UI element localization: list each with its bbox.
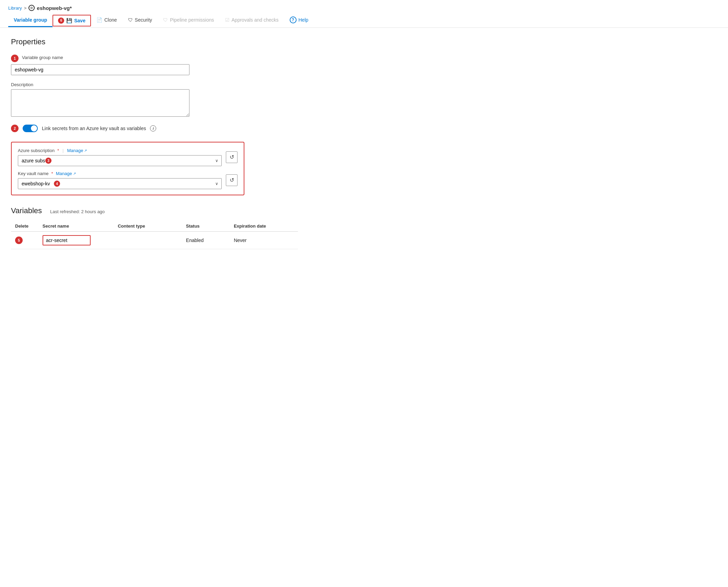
variables-table-body: 5 Enabled Never: [11, 232, 298, 249]
key-vault-manage-label: Manage: [56, 171, 72, 176]
breadcrumb-icon: ⊙: [28, 5, 35, 11]
help-label: Help: [299, 17, 309, 23]
azure-keyvault-toggle-row: 2 Link secrets from an Azure key vault a…: [11, 125, 298, 132]
clone-button[interactable]: 📄 Clone: [91, 14, 123, 27]
secret-name-input[interactable]: [43, 235, 91, 245]
pipeline-permissions-button[interactable]: 🛡 Pipeline permissions: [158, 14, 219, 27]
breadcrumb-library-link[interactable]: Library: [8, 5, 22, 11]
key-vault-required: *: [51, 171, 53, 176]
col-header-status: Status: [182, 221, 230, 232]
expiration-date-cell: Never: [230, 232, 298, 249]
key-vault-select[interactable]: ewebshop-kv: [18, 178, 222, 189]
pipe-separator: |: [62, 148, 63, 153]
step2-badge: 2: [11, 125, 19, 132]
variable-group-name-field: 1 Variable group name: [11, 55, 298, 75]
subscription-required: *: [57, 148, 59, 153]
security-button[interactable]: 🛡 Security: [123, 14, 158, 27]
description-field: Description: [11, 82, 298, 118]
azure-subscription-field: Azure subscription * | Manage ↗ azure su…: [18, 148, 222, 166]
main-content: Properties 1 Variable group name Descrip…: [0, 28, 309, 259]
key-vault-field: Key vault name * Manage ↗ ewebshop-kv 4 …: [18, 171, 222, 189]
col-header-expiration-date: Expiration date: [230, 221, 298, 232]
content-type-cell: [114, 232, 182, 249]
secret-name-cell: [38, 232, 114, 249]
pipeline-shield-icon: 🛡: [163, 17, 168, 23]
info-icon: i: [150, 125, 156, 131]
key-vault-external-link-icon: ↗: [73, 172, 76, 175]
description-label: Description: [11, 82, 298, 87]
breadcrumb-separator: >: [24, 5, 27, 11]
vault-section: Azure subscription * | Manage ↗ azure su…: [11, 142, 244, 195]
step5-badge: 5: [15, 237, 23, 244]
clone-icon: 📄: [96, 17, 102, 23]
azure-subscription-row: Azure subscription * | Manage ↗ azure su…: [18, 148, 238, 166]
save-icon: 💾: [66, 18, 72, 23]
status-cell: Enabled: [182, 232, 230, 249]
table-row: 5 Enabled Never: [11, 232, 298, 249]
last-refreshed-label: Last refreshed: 2 hours ago: [50, 209, 105, 214]
key-vault-refresh-button[interactable]: ↺: [226, 174, 238, 186]
subscription-refresh-button[interactable]: ↺: [226, 151, 238, 163]
key-vault-label: Key vault name * Manage ↗: [18, 171, 222, 176]
clone-label: Clone: [104, 17, 117, 23]
key-vault-select-wrapper: ewebshop-kv 4 ∨: [18, 178, 222, 189]
azure-subscription-label: Azure subscription * | Manage ↗: [18, 148, 222, 153]
subscription-select-container: azure subs 3 ∨: [18, 155, 222, 166]
name-label: Variable group name: [22, 55, 63, 60]
variables-header: Variables Last refreshed: 2 hours ago: [11, 206, 298, 215]
variables-table-header: Delete Secret name Content type Status E…: [11, 221, 298, 232]
save-label: Save: [74, 18, 85, 23]
col-header-secret-name: Secret name: [38, 221, 114, 232]
azure-subscription-select[interactable]: azure subs: [18, 155, 222, 166]
key-vault-refresh-icon: ↺: [230, 177, 234, 183]
toolbar: Variable group 6 💾 Save 📄 Clone 🛡 Securi…: [0, 13, 728, 28]
subscription-label-text: Azure subscription: [18, 148, 55, 153]
security-shield-icon: 🛡: [128, 17, 133, 23]
approvals-button[interactable]: ☑ Approvals and checks: [220, 14, 284, 27]
save-badge: 6: [58, 18, 64, 24]
delete-cell: 5: [11, 232, 38, 249]
subscription-manage-link[interactable]: Manage ↗: [67, 148, 87, 153]
col-header-delete: Delete: [11, 221, 38, 232]
breadcrumb-current-page: eshopweb-vg*: [37, 5, 72, 11]
refresh-icon: ↺: [230, 154, 234, 160]
key-vault-select-container: ewebshop-kv 4 ∨: [18, 178, 222, 189]
key-vault-row: Key vault name * Manage ↗ ewebshop-kv 4 …: [18, 171, 238, 189]
toggle-label: Link secrets from an Azure key vault as …: [42, 126, 146, 131]
subscription-manage-label: Manage: [67, 148, 83, 153]
approvals-icon: ☑: [225, 17, 230, 23]
properties-title: Properties: [11, 37, 298, 46]
variable-group-tab-label: Variable group: [14, 17, 47, 23]
azure-keyvault-toggle[interactable]: [23, 125, 38, 132]
pipeline-permissions-label: Pipeline permissions: [170, 17, 214, 23]
description-input[interactable]: [11, 89, 189, 117]
security-label: Security: [135, 17, 152, 23]
variables-title: Variables: [11, 206, 42, 215]
help-icon: ?: [290, 16, 297, 23]
variable-group-name-input[interactable]: [11, 64, 189, 75]
variables-table: Delete Secret name Content type Status E…: [11, 221, 298, 249]
help-button[interactable]: ? Help: [284, 13, 314, 28]
tab-variable-group[interactable]: Variable group: [8, 14, 53, 27]
external-link-icon: ↗: [84, 149, 87, 152]
save-button[interactable]: 6 💾 Save: [53, 15, 91, 26]
col-header-content-type: Content type: [114, 221, 182, 232]
key-vault-label-text: Key vault name: [18, 171, 49, 176]
breadcrumb: Library > ⊙ eshopweb-vg*: [0, 0, 728, 13]
subscription-select-wrapper: azure subs 3 ∨: [18, 155, 222, 166]
step1-badge: 1: [11, 55, 19, 62]
key-vault-manage-link[interactable]: Manage ↗: [56, 171, 76, 176]
approvals-label: Approvals and checks: [232, 17, 279, 23]
